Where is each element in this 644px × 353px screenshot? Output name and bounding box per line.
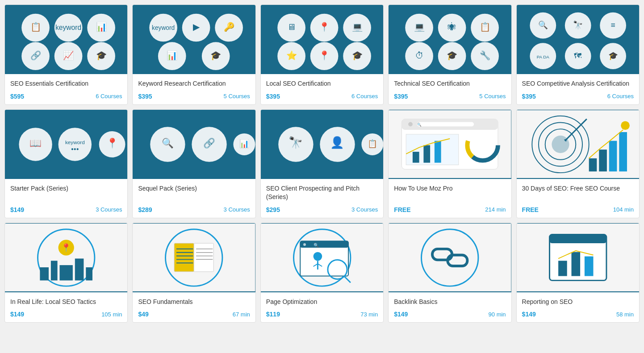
course-meta-page-optimization: 73 min bbox=[360, 311, 378, 318]
course-title-moz-pro: How To Use Moz Pro bbox=[394, 184, 506, 202]
course-title-seo-essentials: SEO Essentials Certification bbox=[10, 79, 122, 88]
course-title-local-seo-tactics: In Real Life: Local SEO Tactics bbox=[10, 298, 122, 307]
svg-text:📍: 📍 bbox=[61, 243, 71, 253]
course-meta-backlink-basics: 90 min bbox=[489, 311, 506, 318]
svg-text:🖥: 🖥 bbox=[287, 21, 296, 31]
course-card-local-seo[interactable]: 🖥 📍 💻 ⭐ 📍 🎓 Local SEO Certification$3956… bbox=[260, 4, 384, 105]
course-thumbnail-seo-competitive: 🔍 🔭 ≡ PA DA 🗺 🎓 bbox=[517, 5, 639, 74]
svg-text:📊: 📊 bbox=[96, 21, 107, 32]
svg-text:📊: 📊 bbox=[167, 50, 178, 60]
svg-text:keyword: keyword bbox=[65, 140, 85, 145]
svg-text:🎓: 🎓 bbox=[351, 50, 363, 60]
svg-rect-113 bbox=[59, 265, 72, 280]
course-title-seo-fundamentals: SEO Fundamentals bbox=[138, 298, 250, 307]
svg-text:PA DA: PA DA bbox=[536, 54, 549, 59]
svg-text:📍: 📍 bbox=[319, 21, 330, 32]
course-thumbnail-seo-essentials: 📋 keyword 📊 🔗 📈 🎓 bbox=[5, 5, 127, 74]
svg-text:🗺: 🗺 bbox=[574, 51, 582, 60]
course-price-backlink-basics: $149 bbox=[394, 311, 408, 318]
course-card-technical-seo[interactable]: 💻 🕷 📋 ⏱ 🎓 🔧 Technical SEO Certification$… bbox=[388, 4, 511, 105]
course-card-sequel-pack[interactable]: 🔍 🔗 📊 Sequel Pack (Series)$2893 Courses bbox=[132, 109, 255, 218]
svg-text:🕷: 🕷 bbox=[447, 21, 456, 31]
svg-rect-96 bbox=[435, 141, 441, 163]
svg-rect-152 bbox=[584, 257, 593, 276]
course-meta-seo-competitive: 6 Courses bbox=[607, 93, 634, 100]
course-price-technical-seo: $395 bbox=[394, 93, 408, 100]
course-card-backlink-basics[interactable]: Backlink Basics$14990 min bbox=[388, 223, 511, 323]
svg-text:💻: 💻 bbox=[351, 21, 363, 32]
svg-point-88 bbox=[408, 122, 413, 127]
course-meta-starter-pack: 3 Courses bbox=[96, 206, 122, 213]
course-meta-seo-client: 3 Courses bbox=[351, 206, 378, 213]
svg-rect-121 bbox=[194, 243, 214, 272]
course-price-seo-essentials: $595 bbox=[10, 93, 24, 100]
course-card-page-optimization[interactable]: 🔍 Page Optimization$11973 min bbox=[260, 223, 384, 323]
course-title-seo-client: SEO Client Prospecting and Pitch (Series… bbox=[266, 184, 378, 202]
svg-text:▶: ▶ bbox=[193, 21, 200, 31]
course-price-page-optimization: $119 bbox=[266, 311, 280, 318]
svg-point-108 bbox=[621, 121, 630, 130]
svg-text:📋: 📋 bbox=[30, 21, 42, 32]
course-thumbnail-page-optimization: 🔍 bbox=[261, 223, 383, 292]
course-card-moz-pro[interactable]: 🔍 How To Use Moz ProFREE214 min bbox=[388, 109, 511, 218]
svg-rect-114 bbox=[75, 259, 84, 281]
course-card-starter-pack[interactable]: 📖 keyword ●●● 📍 Starter Pack (Series)$14… bbox=[4, 109, 128, 218]
svg-rect-150 bbox=[558, 261, 567, 276]
course-thumbnail-30-days-seo bbox=[517, 110, 639, 179]
course-thumbnail-seo-fundamentals bbox=[133, 223, 255, 292]
course-meta-local-seo: 6 Courses bbox=[351, 93, 378, 100]
course-meta-moz-pro: 214 min bbox=[485, 206, 506, 213]
course-card-reporting-seo[interactable]: Reporting on SEO$14958 min bbox=[516, 223, 640, 323]
course-thumbnail-moz-pro: 🔍 bbox=[389, 110, 511, 179]
svg-text:📍: 📍 bbox=[319, 50, 330, 60]
course-meta-local-seo-tactics: 105 min bbox=[101, 311, 122, 318]
svg-text:🔍: 🔍 bbox=[538, 20, 548, 30]
course-title-starter-pack: Starter Pack (Series) bbox=[10, 184, 122, 202]
svg-text:⏱: ⏱ bbox=[415, 50, 424, 60]
course-title-page-optimization: Page Optimization bbox=[266, 298, 378, 307]
course-card-local-seo-tactics[interactable]: 📍 In Real Life: Local SEO Tactics$149105… bbox=[4, 223, 128, 323]
svg-text:📖: 📖 bbox=[29, 137, 42, 149]
course-card-keyword-research[interactable]: keyword ▶ 🔑 📊 🎓 Keyword Research Certifi… bbox=[132, 4, 255, 105]
course-meta-keyword-research: 5 Courses bbox=[224, 93, 250, 100]
svg-rect-112 bbox=[51, 261, 58, 281]
svg-text:💻: 💻 bbox=[414, 21, 425, 32]
svg-text:≡: ≡ bbox=[611, 21, 615, 29]
course-price-reporting-seo: $149 bbox=[522, 311, 536, 318]
svg-rect-151 bbox=[571, 252, 580, 276]
svg-text:🎓: 🎓 bbox=[608, 50, 618, 60]
svg-rect-105 bbox=[599, 150, 607, 171]
course-meta-30-days-seo: 104 min bbox=[613, 206, 634, 213]
svg-text:🔑: 🔑 bbox=[224, 21, 235, 32]
course-title-30-days-seo: 30 Days of SEO: Free SEO Course bbox=[522, 184, 634, 202]
svg-text:⭐: ⭐ bbox=[286, 50, 297, 60]
course-card-seo-competitive[interactable]: 🔍 🔭 ≡ PA DA 🗺 🎓 SEO Competitive Analysis… bbox=[516, 4, 640, 105]
course-title-seo-competitive: SEO Competitive Analysis Certification bbox=[522, 79, 634, 88]
course-thumbnail-technical-seo: 💻 🕷 📋 ⏱ 🎓 🔧 bbox=[389, 5, 511, 74]
course-title-local-seo: Local SEO Certification bbox=[266, 79, 378, 88]
course-card-seo-essentials[interactable]: 📋 keyword 📊 🔗 📈 🎓 SEO Essentials Certifi… bbox=[4, 4, 128, 105]
course-price-seo-competitive: $395 bbox=[522, 93, 536, 100]
course-price-moz-pro: FREE bbox=[394, 206, 410, 213]
svg-text:🔍: 🔍 bbox=[162, 137, 174, 149]
course-title-backlink-basics: Backlink Basics bbox=[394, 298, 506, 307]
course-card-30-days-seo[interactable]: 30 Days of SEO: Free SEO CourseFREE104 m… bbox=[516, 109, 640, 218]
course-thumbnail-sequel-pack: 🔍 🔗 📊 bbox=[133, 110, 255, 179]
svg-text:🔗: 🔗 bbox=[30, 50, 42, 60]
svg-text:👤: 👤 bbox=[330, 136, 344, 150]
svg-point-135 bbox=[303, 243, 306, 246]
svg-rect-109 bbox=[5, 224, 127, 291]
course-card-seo-client[interactable]: 🔭 👤 📋 SEO Client Prospecting and Pitch (… bbox=[260, 109, 384, 218]
course-thumbnail-local-seo: 🖥 📍 💻 ⭐ 📍 🎓 bbox=[261, 5, 383, 74]
course-thumbnail-backlink-basics bbox=[389, 223, 511, 292]
svg-text:🔭: 🔭 bbox=[573, 20, 583, 30]
course-thumbnail-starter-pack: 📖 keyword ●●● 📍 bbox=[5, 110, 127, 179]
course-card-seo-fundamentals[interactable]: SEO Fundamentals$4967 min bbox=[132, 223, 255, 323]
course-thumbnail-reporting-seo bbox=[517, 223, 639, 292]
svg-text:🔍: 🔍 bbox=[417, 122, 422, 127]
svg-rect-115 bbox=[86, 267, 92, 280]
course-meta-sequel-pack: 3 Courses bbox=[224, 206, 250, 213]
svg-text:📋: 📋 bbox=[480, 21, 491, 32]
course-thumbnail-local-seo-tactics: 📍 bbox=[5, 223, 127, 292]
svg-text:📊: 📊 bbox=[239, 139, 249, 149]
